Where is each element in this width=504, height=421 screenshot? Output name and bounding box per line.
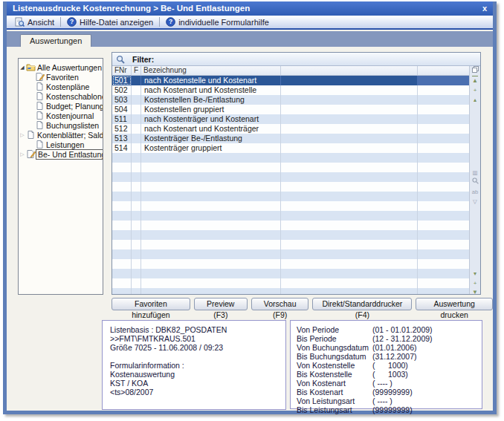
tree-label: Kostenjournal	[45, 111, 95, 120]
tree-item-alle-auswertungen[interactable]: ◢ Alle Auswertungen	[19, 62, 103, 72]
column-header-bezeichnung[interactable]: Bezeichnung	[141, 66, 281, 75]
tree-label: Buchungslisten	[45, 121, 100, 130]
cell-bezeichnung: Kostenträger gruppiert	[141, 143, 281, 153]
empty-row[interactable]	[112, 259, 469, 269]
formularhilfe-button[interactable]: ? individuelle Formularhilfe	[161, 16, 274, 28]
tab-auswertungen[interactable]: Auswertungen	[20, 34, 91, 47]
tree-item-kostenschablonen[interactable]: Kostenschablonen	[19, 91, 103, 101]
param-row: Von Kostenart( ---- )	[297, 379, 482, 388]
expander-collapsed-icon[interactable]: ▷	[19, 132, 26, 138]
cell-fnr: 513	[112, 134, 132, 143]
empty-row[interactable]	[112, 269, 469, 278]
empty-row[interactable]	[112, 230, 469, 240]
hilfe-datei-label: Hilfe-Datei anzeigen	[80, 18, 153, 27]
document-icon	[35, 102, 45, 110]
title-bar: Listenausdrucke Kostenrechnung > Be- Und…	[7, 1, 493, 16]
info-line: Formularinformation :	[110, 361, 285, 370]
empty-row[interactable]	[112, 278, 469, 288]
info-line	[110, 352, 285, 361]
copy-window-icon[interactable]	[472, 66, 479, 76]
document-icon	[35, 111, 45, 120]
document-icon	[35, 92, 45, 100]
action-button-row: Favoriten hinzufügen Preview (F3) Vorsch…	[112, 298, 493, 310]
cell-fnr: 512	[112, 124, 132, 134]
scroll-to-top-icon[interactable]: ▲	[472, 76, 478, 85]
filter-bar: Filter:	[112, 53, 480, 66]
ansicht-button[interactable]: Ansicht	[10, 16, 59, 28]
empty-row[interactable]	[112, 288, 469, 295]
tree-item-be-und-entlastungen[interactable]: ▷ Be- Und Entlastungen	[19, 149, 103, 159]
auswertungen-grid: Filter: FNr F Bezeichnung 501nach Kosten…	[112, 52, 481, 295]
table-row[interactable]: 503Kostenstellen Be-/Entlastung	[112, 95, 469, 105]
cell-fnr: 511	[112, 114, 132, 124]
cell-fnr: 514	[112, 143, 132, 153]
cell-bezeichnung: Kostenstellen Be-/Entlastung	[141, 95, 281, 105]
tree-label: Kontenblätter; Saldenlisten	[36, 131, 103, 140]
grid-header[interactable]: FNr F Bezeichnung	[112, 66, 469, 76]
tree-item-budget-planung-prognose[interactable]: Budget; Planung; Prognose	[19, 101, 103, 111]
table-row[interactable]: 501nach Kostenstelle und Kostenart	[112, 76, 469, 85]
column-header-f[interactable]: F	[132, 66, 141, 75]
svg-text:?: ?	[169, 18, 172, 25]
empty-row[interactable]	[112, 249, 469, 259]
vorschau-button[interactable]: Vorschau (F9)	[251, 298, 309, 310]
table-row[interactable]: 514Kostenträger gruppiert	[112, 143, 469, 153]
tree-label: Kostenpläne	[45, 82, 91, 91]
expander-collapsed-icon[interactable]: ▷	[19, 151, 26, 157]
tree-item-favoriten[interactable]: Favoriten	[19, 72, 103, 82]
table-row[interactable]: 511nach Kostenträger und Kostenart	[112, 114, 469, 124]
param-row: Bis Buchungsdatum(31.12.2007)	[297, 352, 482, 361]
scroll-down-icon[interactable]: ▾	[474, 269, 476, 278]
empty-row[interactable]	[112, 172, 469, 182]
hilfe-datei-button[interactable]: ? Hilfe-Datei anzeigen	[62, 16, 158, 28]
param-row: Bis Leistungsart(99999999)	[297, 405, 482, 414]
direkt-standarddrucker-button[interactable]: Direkt/Standarddrucker (F4)	[312, 298, 412, 310]
toolbar: Ansicht ? Hilfe-Datei anzeigen ? individ…	[7, 16, 493, 30]
table-row[interactable]: 512nach Kostenart und Kostenträger	[112, 124, 469, 134]
column-header-fnr[interactable]: FNr	[112, 66, 132, 75]
scroll-up-page-icon[interactable]: +	[474, 85, 477, 95]
empty-row[interactable]	[112, 182, 469, 192]
scroll-down-page-icon[interactable]: +	[474, 278, 477, 288]
empty-row[interactable]	[112, 163, 469, 172]
info-line: Listenbasis : DBK82_POSDATEN	[110, 325, 285, 334]
empty-row[interactable]	[112, 153, 469, 163]
expander-expanded-icon[interactable]: ◢	[19, 65, 26, 71]
empty-row[interactable]	[112, 221, 469, 230]
search-icon[interactable]	[472, 177, 479, 187]
scroll-up-icon[interactable]: ▴	[474, 95, 476, 105]
grid-side-toolbar: ▲ + ▴ ▥ ab ▽ ▾ + ▼	[469, 66, 480, 295]
table-row[interactable]: 502nach Kostenart und Kostenstelle	[112, 85, 469, 95]
cell-fnr: 501	[112, 76, 132, 85]
cell-fnr: 504	[112, 105, 132, 114]
tree-item-leistungen[interactable]: Leistungen	[19, 140, 103, 149]
table-row[interactable]: 513Kostenträger Be-/Entlastung	[112, 134, 469, 143]
tree-item-kontenblaetter-saldenlisten[interactable]: ▷ Kontenblätter; Saldenlisten	[19, 130, 103, 140]
preview-button[interactable]: Preview (F3)	[194, 298, 248, 310]
scroll-to-bottom-icon[interactable]: ▼	[472, 288, 478, 295]
favoriten-hinzufuegen-button[interactable]: Favoriten hinzufügen	[112, 298, 190, 310]
empty-row[interactable]	[112, 240, 469, 249]
tree-item-buchungslisten[interactable]: Buchungslisten	[19, 120, 103, 130]
filter-icon[interactable]: ▽	[473, 197, 477, 206]
parameter-info-panel: Von Periode(01 - 01.01.2009) Bis Periode…	[290, 320, 482, 409]
page-edit-icon	[26, 150, 36, 158]
cell-bezeichnung: nach Kostenart und Kostenträger	[141, 124, 281, 134]
cell-bezeichnung: nach Kostenträger und Kostenart	[141, 114, 281, 124]
close-icon[interactable]: x	[482, 1, 487, 16]
empty-row[interactable]	[112, 192, 469, 201]
formularhilfe-label: individuelle Formularhilfe	[178, 18, 269, 27]
empty-row[interactable]	[112, 211, 469, 221]
columns-icon[interactable]: ▥	[472, 168, 477, 177]
preview-document-icon	[14, 17, 25, 27]
table-row[interactable]: 504Kostenstellen gruppiert	[112, 105, 469, 114]
auswertungen-tree: ◢ Alle Auswertungen Favoriten Kostenplän…	[18, 58, 103, 295]
tree-item-kostenjournal[interactable]: Kostenjournal	[19, 111, 103, 120]
document-icon	[35, 121, 45, 129]
empty-row[interactable]	[112, 201, 469, 211]
sort-icon[interactable]: ab	[472, 187, 478, 197]
tree-item-kostenplaene[interactable]: Kostenpläne	[19, 82, 103, 91]
search-icon[interactable]	[116, 55, 125, 64]
auswertung-drucken-button[interactable]: Auswertung drucken	[416, 298, 493, 310]
column-header-empty[interactable]	[281, 66, 418, 75]
